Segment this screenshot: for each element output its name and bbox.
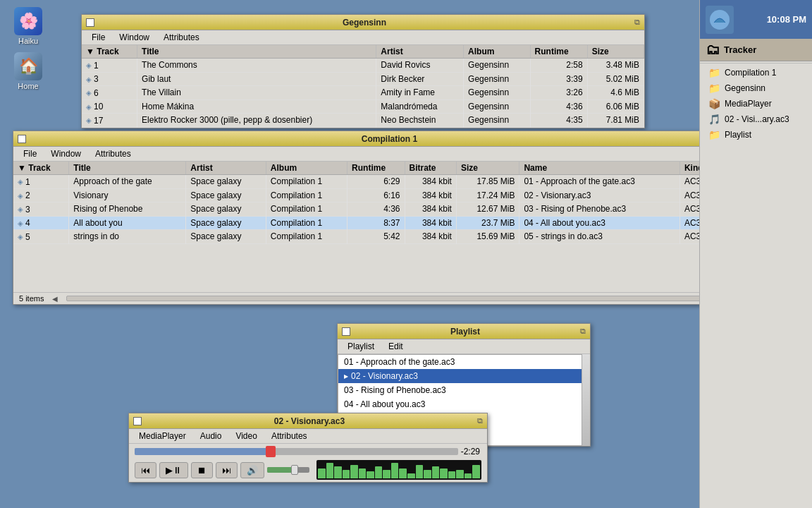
- mediaplayer-prev-button[interactable]: ⏮: [135, 462, 156, 478]
- compilation-scrollbar[interactable]: [66, 296, 740, 301]
- home-icon[interactable]: 🏠 Home: [7, 52, 49, 90]
- compilation-col-bitrate[interactable]: Bitrate: [405, 162, 456, 175]
- mediaplayer-volume-slider[interactable]: [267, 467, 309, 473]
- tracker-item-icon: 📁: [708, 83, 720, 94]
- tracker-item[interactable]: 📦MediaPlayer: [700, 96, 812, 111]
- tab-audio[interactable]: Audio: [193, 430, 229, 442]
- spectrum-bar: [472, 465, 480, 478]
- mediaplayer-stop-button[interactable]: ⏹: [191, 462, 213, 478]
- tracker-item[interactable]: 📁Playlist: [700, 127, 812, 143]
- volume-thumb[interactable]: [291, 465, 298, 475]
- tracker-icon: 🗂: [706, 42, 720, 58]
- tab-mediaplayer[interactable]: MediaPlayer: [132, 430, 193, 442]
- mediaplayer-window: 02 - Visionary.ac3 ⧉ MediaPlayer Audio V…: [128, 413, 488, 483]
- compilation-table-row[interactable]: ◈1 Approach of the gate Space galaxy Com…: [13, 175, 763, 189]
- gegensinn-menu-window[interactable]: Window: [112, 31, 156, 44]
- gegensinn-col-runtime[interactable]: Runtime: [530, 45, 587, 59]
- spectrum-bar: [375, 466, 383, 478]
- playlist-menu-edit[interactable]: Edit: [381, 340, 410, 353]
- gegensinn-table-row[interactable]: ◈17 Elektro Rocker 3000 (pille, pepp & d…: [82, 114, 644, 128]
- gegensinn-window: Gegensinn ⧉ File Window Attributes ▼ Tra…: [81, 14, 645, 128]
- gegensinn-col-size[interactable]: Size: [587, 45, 644, 59]
- mediaplayer-progress-thumb[interactable]: [266, 446, 276, 457]
- gegensinn-table-row[interactable]: ◈6 The Villain Amity in Fame Gegensinn 3…: [82, 86, 644, 100]
- compilation-table-row[interactable]: ◈5 strings in do Space galaxy Compilatio…: [13, 230, 763, 244]
- spectrum-bar: [424, 470, 431, 478]
- gegensinn-col-title[interactable]: Title: [137, 45, 376, 59]
- gegensinn-table-row[interactable]: ◈10 Home Mákina Malandrómeda Gegensinn 4…: [82, 99, 644, 114]
- playlist-title: Playlist: [355, 327, 576, 337]
- gegensinn-table-row[interactable]: ◈3 Gib laut Dirk Becker Gegensinn 3:39 5…: [82, 72, 644, 86]
- compilation-table-row[interactable]: ◈3 Rising of Phenobe Space galaxy Compil…: [13, 202, 763, 217]
- mediaplayer-close-checkbox[interactable]: [133, 417, 142, 425]
- compilation-col-album[interactable]: Album: [266, 162, 347, 175]
- compilation-col-runtime[interactable]: Runtime: [347, 162, 405, 175]
- mediaplayer-play-pause-button[interactable]: ▶⏸: [159, 462, 188, 478]
- compilation-table-row[interactable]: ◈4 All about you Space galaxy Compilatio…: [13, 216, 763, 230]
- tracker-items: 📁Compilation 1📁Gegensinn📦MediaPlayer🎵02 …: [700, 65, 812, 143]
- haiku-icon-label: Haiku: [18, 37, 38, 45]
- mediaplayer-next-button[interactable]: ⏭: [216, 462, 238, 478]
- tracker-item-label: Gegensinn: [725, 83, 765, 93]
- gegensinn-col-album[interactable]: Album: [464, 45, 530, 59]
- playlist-scrollbar[interactable]: [582, 354, 590, 446]
- mediaplayer-titlebar[interactable]: 02 - Visionary.ac3 ⧉: [129, 413, 487, 429]
- compilation-titlebar[interactable]: Compilation 1 ⧉: [13, 131, 763, 147]
- tracker-item[interactable]: 📁Gegensinn: [700, 80, 812, 96]
- gegensinn-table-row[interactable]: ◈1 The Commons David Rovics Gegensinn 2:…: [82, 59, 644, 73]
- spectrum-bar: [334, 466, 342, 478]
- mediaplayer-progress-bar[interactable]: [135, 448, 458, 455]
- tab-video[interactable]: Video: [228, 430, 264, 442]
- compilation-window: Compilation 1 ⧉ File Window Attributes 🔍…: [13, 131, 763, 305]
- spectrum-bar: [456, 470, 464, 478]
- mediaplayer-tabbar: MediaPlayer Audio Video Attributes: [129, 429, 487, 444]
- spectrum-bar: [432, 466, 440, 478]
- gegensinn-copy-icon[interactable]: ⧉: [634, 18, 640, 27]
- spectrum-bar: [343, 470, 350, 478]
- playlist-item[interactable]: ▶02 - Visionary.ac3: [338, 369, 589, 383]
- compilation-menu-window[interactable]: Window: [44, 147, 88, 160]
- playlist-item[interactable]: 04 - All about you.ac3: [338, 397, 589, 411]
- gegensinn-menu-attributes[interactable]: Attributes: [156, 31, 207, 44]
- gegensinn-table-container[interactable]: ▼ Track Title Artist Album Runtime Size …: [82, 45, 644, 128]
- tracker-item[interactable]: 📁Compilation 1: [700, 65, 812, 80]
- compilation-close-checkbox[interactable]: [18, 135, 26, 143]
- gegensinn-col-artist[interactable]: Artist: [376, 45, 464, 59]
- tracker-section: 🗂 Tracker 📁Compilation 1📁Gegensinn📦Media…: [700, 39, 812, 508]
- spectrum-bar: [318, 468, 326, 478]
- playlist-item[interactable]: 03 - Rising of Phenobe.ac3: [338, 383, 589, 397]
- gegensinn-menu-file[interactable]: File: [85, 31, 112, 44]
- compilation-col-name[interactable]: Name: [519, 162, 679, 175]
- playlist-copy-icon[interactable]: ⧉: [580, 327, 586, 336]
- playlist-close-checkbox[interactable]: [342, 327, 350, 336]
- mediaplayer-copy-icon[interactable]: ⧉: [477, 416, 483, 425]
- tracker-item-icon: 📁: [708, 67, 720, 78]
- track-icon: ◈: [86, 89, 92, 97]
- spectrum-bar: [326, 463, 334, 478]
- spectrum-bar: [391, 463, 399, 478]
- compilation-table-container[interactable]: ▼ Track Title Artist Album Runtime Bitra…: [13, 162, 763, 292]
- mediaplayer-volume-icon[interactable]: 🔊: [240, 462, 264, 478]
- spectrum-bar: [416, 465, 424, 478]
- tracker-item[interactable]: 🎵02 - Visi...ary.ac3: [700, 111, 812, 127]
- home-icon-image: 🏠: [14, 52, 42, 80]
- gegensinn-titlebar[interactable]: Gegensinn ⧉: [82, 15, 644, 30]
- spectrum-bar: [359, 468, 367, 478]
- playlist-menu-playlist[interactable]: Playlist: [340, 340, 381, 353]
- playlist-titlebar[interactable]: Playlist ⧉: [338, 324, 590, 339]
- compilation-table-row[interactable]: ◈2 Visionary Space galaxy Compilation 1 …: [13, 188, 763, 202]
- compilation-scroll-left[interactable]: ◀: [49, 295, 61, 303]
- compilation-col-artist[interactable]: Artist: [186, 162, 266, 175]
- spectrum-bar: [399, 468, 407, 478]
- compilation-menu-file[interactable]: File: [16, 147, 44, 160]
- haiku-icon[interactable]: 🌸 Haiku: [7, 7, 49, 45]
- compilation-col-size[interactable]: Size: [456, 162, 519, 175]
- track-icon: ◈: [86, 75, 92, 83]
- tab-attributes[interactable]: Attributes: [264, 430, 314, 442]
- gegensinn-close-checkbox[interactable]: [86, 18, 94, 27]
- playlist-item[interactable]: 01 - Approach of the gate.ac3: [338, 355, 589, 369]
- compilation-col-title[interactable]: Title: [69, 162, 186, 175]
- compilation-menu-attributes[interactable]: Attributes: [88, 147, 138, 160]
- gegensinn-col-track[interactable]: ▼ Track: [82, 45, 137, 59]
- compilation-col-track[interactable]: ▼ Track: [13, 162, 69, 175]
